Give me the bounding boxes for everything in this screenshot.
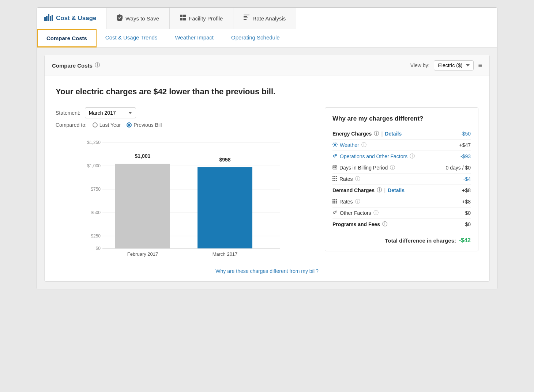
rates-energy-text: Rates [339, 176, 353, 182]
rates-demand-value: +$8 [462, 199, 471, 205]
panel-menu-icon[interactable]: ≡ [478, 62, 482, 69]
svg-rect-39 [334, 178, 335, 179]
radio-previous-bill[interactable]: Previous Bill [127, 122, 162, 128]
svg-rect-48 [334, 201, 335, 202]
tab-ways-to-save[interactable]: Ways to Save [106, 8, 170, 29]
weather-icon [332, 142, 338, 148]
svg-rect-34 [335, 167, 336, 168]
why-row-operations: Operations and Other Factors ⓘ -$93 [332, 151, 471, 162]
svg-rect-6 [183, 15, 186, 17]
tab-cost-usage-trends[interactable]: Cost & Usage Trends [97, 29, 166, 47]
why-row-energy-charges: Energy Charges ⓘ | Details -$50 [332, 128, 471, 140]
radio-circle-previous-bill [127, 122, 132, 128]
chart-area: Statement: March 2017 February 2017 Janu… [56, 107, 314, 261]
billing-days-value: 0 days / $0 [446, 165, 471, 171]
svg-rect-50 [332, 202, 334, 203]
svg-text:February 2017: February 2017 [127, 251, 158, 257]
energy-charges-label: Energy Charges ⓘ | Details [332, 130, 402, 137]
rates-demand-help[interactable]: ⓘ [355, 198, 360, 205]
view-by-select[interactable]: Electric ($) Gas ($) Total ($) [434, 60, 474, 71]
demand-separator: | [384, 187, 386, 193]
svg-rect-52 [336, 202, 337, 203]
demand-charges-value: +$8 [462, 187, 471, 193]
svg-rect-1 [46, 16, 48, 21]
rates-demand-label: Rates ⓘ [332, 198, 360, 205]
ways-to-save-label: Ways to Save [125, 15, 159, 22]
why-row-demand-charges: Demand Charges ⓘ | Details +$8 [332, 185, 471, 196]
svg-point-54 [335, 211, 337, 212]
svg-rect-49 [336, 201, 337, 202]
why-row-programs-fees: Programs and Fees ⓘ $0 [332, 219, 471, 230]
weather-label: Weather ⓘ [332, 142, 366, 148]
svg-rect-10 [244, 16, 247, 17]
other-factors-label: Other Factors ⓘ [332, 210, 379, 216]
svg-rect-5 [180, 15, 183, 17]
total-value: -$42 [459, 237, 471, 244]
billing-days-help[interactable]: ⓘ [390, 164, 395, 171]
tab-compare-costs[interactable]: Compare Costs [37, 29, 97, 47]
svg-text:$250: $250 [91, 233, 101, 239]
compare-costs-panel: Compare Costs ⓘ View by: Electric ($) Ga… [44, 55, 490, 282]
energy-charges-details[interactable]: Details [385, 131, 402, 137]
statement-label: Statement: [56, 110, 80, 116]
app-container: Cost & Usage Ways to Save Facility Profi… [37, 7, 497, 289]
svg-rect-0 [44, 17, 46, 21]
energy-charges-value: -$50 [460, 131, 471, 137]
svg-rect-35 [332, 176, 334, 177]
operations-label: Operations and Other Factors ⓘ [332, 153, 415, 160]
radio-last-year[interactable]: Last Year [93, 122, 121, 128]
bar-chart-svg: $1,250 $1,000 $750 $500 [56, 135, 314, 259]
bottom-link[interactable]: Why are these charges different from my … [215, 268, 318, 274]
help-icon[interactable]: ⓘ [95, 62, 100, 69]
why-row-weather: Weather ⓘ +$47 [332, 140, 471, 151]
compared-to-label: Compared to: [56, 122, 87, 128]
why-title: Why are my charges different? [332, 115, 471, 122]
facility-profile-label: Facility Profile [189, 15, 223, 22]
svg-rect-43 [336, 180, 337, 181]
brand-icon [44, 14, 53, 23]
rates-energy-help[interactable]: ⓘ [355, 176, 360, 182]
tab-weather-impact[interactable]: Weather Impact [166, 29, 222, 47]
statement-select[interactable]: March 2017 February 2017 January 2017 [85, 107, 136, 118]
programs-fees-help[interactable]: ⓘ [382, 221, 387, 228]
other-factors-text: Other Factors [340, 210, 371, 216]
svg-text:$0: $0 [96, 246, 101, 251]
svg-rect-11 [244, 18, 248, 18]
svg-text:$1,250: $1,250 [87, 140, 101, 145]
energy-charges-separator: | [381, 131, 383, 137]
svg-rect-2 [48, 14, 49, 21]
rates-energy-icon [332, 176, 337, 182]
energy-charges-help[interactable]: ⓘ [374, 130, 379, 137]
statement-row: Statement: March 2017 February 2017 Janu… [56, 107, 314, 118]
operations-help[interactable]: ⓘ [410, 153, 415, 160]
svg-rect-8 [183, 18, 186, 20]
tab-rate-analysis[interactable]: Rate Analysis [233, 8, 296, 29]
svg-text:$750: $750 [91, 187, 101, 192]
tab-operating-schedule[interactable]: Operating Schedule [222, 29, 289, 47]
chart-controls: Statement: March 2017 February 2017 Janu… [56, 107, 314, 128]
tab-facility-profile[interactable]: Facility Profile [170, 8, 233, 29]
sub-nav: Compare Costs Cost & Usage Trends Weathe… [37, 29, 497, 47]
why-row-rates-demand: Rates ⓘ +$8 [332, 196, 471, 208]
programs-fees-label: Programs and Fees ⓘ [332, 221, 387, 228]
billing-days-label: Days in Billing Period ⓘ [332, 164, 395, 171]
svg-rect-37 [336, 176, 337, 177]
svg-rect-12 [244, 19, 247, 20]
operations-value: -$93 [460, 153, 471, 159]
weather-text[interactable]: Weather [340, 142, 359, 148]
billing-days-text: Days in Billing Period [339, 165, 388, 171]
other-factors-help[interactable]: ⓘ [373, 210, 379, 216]
svg-point-31 [335, 154, 337, 156]
brand: Cost & Usage [37, 8, 106, 29]
svg-point-53 [334, 212, 335, 213]
compare-row: Compared to: Last Year Previous Bill [56, 122, 314, 128]
radio-circle-last-year [93, 122, 98, 128]
svg-rect-3 [50, 16, 51, 21]
operations-text[interactable]: Operations and Other Factors [340, 153, 407, 159]
demand-charges-help[interactable]: ⓘ [377, 187, 382, 194]
demand-charges-label: Demand Charges ⓘ | Details [332, 187, 405, 194]
demand-charges-details[interactable]: Details [388, 187, 405, 193]
bar-mar [198, 167, 252, 248]
ways-to-save-icon [117, 14, 123, 22]
weather-help[interactable]: ⓘ [361, 142, 366, 148]
